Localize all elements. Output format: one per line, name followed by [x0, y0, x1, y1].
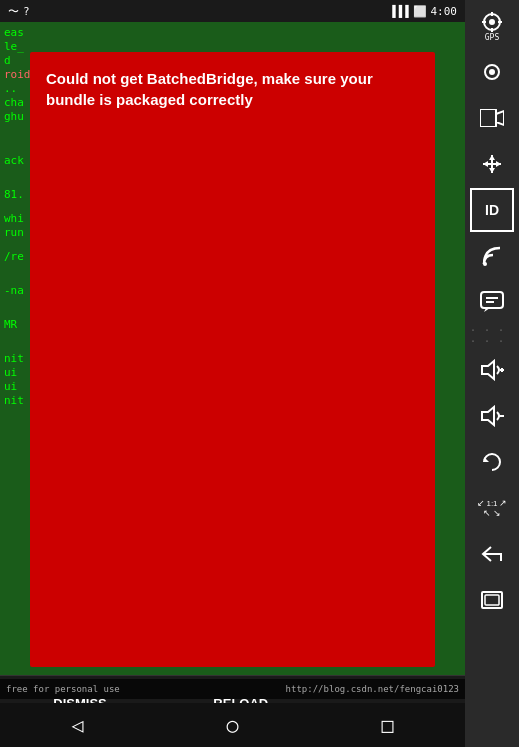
battery-icon: ⬜: [413, 5, 427, 18]
svg-marker-26: [484, 457, 489, 462]
svg-marker-9: [496, 111, 504, 125]
time-display: 4:00: [431, 5, 458, 18]
zoom-reset-icon[interactable]: ↙1:1↗ ↖↘: [470, 486, 514, 530]
svg-point-7: [489, 69, 495, 75]
volume-up-icon[interactable]: [470, 348, 514, 392]
watermark-left: free for personal use: [6, 684, 120, 694]
svg-point-16: [483, 262, 487, 266]
chat-icon[interactable]: [470, 280, 514, 324]
window-manage-icon[interactable]: [470, 578, 514, 622]
status-bar: 〜 ? ▐▐▐ ⬜ 4:00: [0, 0, 465, 22]
status-right: ▐▐▐ ⬜ 4:00: [389, 5, 457, 18]
volume-down-icon[interactable]: [470, 394, 514, 438]
error-dialog: Could not get BatchedBridge, make sure y…: [30, 52, 435, 667]
svg-marker-15: [496, 161, 501, 167]
dots-divider: · · · · · ·: [470, 326, 514, 346]
camera-icon[interactable]: [470, 50, 514, 94]
rotate-icon[interactable]: [470, 440, 514, 484]
back-nav-button[interactable]: ◁: [63, 705, 91, 745]
svg-rect-17: [481, 292, 503, 308]
move-icon[interactable]: [470, 142, 514, 186]
rss-icon[interactable]: [470, 234, 514, 278]
svg-marker-12: [489, 155, 495, 160]
nav-bar: ◁ ○ □: [0, 703, 465, 747]
wifi-icon: 〜: [8, 4, 19, 19]
watermark-right: http://blog.csdn.net/fengcai0123: [286, 684, 459, 694]
video-icon[interactable]: [470, 96, 514, 140]
svg-point-1: [489, 19, 495, 25]
signal-icon: ▐▐▐: [389, 5, 409, 18]
error-message: Could not get BatchedBridge, make sure y…: [46, 68, 419, 110]
svg-marker-13: [489, 168, 495, 173]
svg-marker-24: [482, 407, 494, 425]
recent-nav-button[interactable]: □: [373, 705, 401, 745]
home-nav-button[interactable]: ○: [218, 705, 246, 745]
gps-label: GPS: [485, 33, 499, 42]
gps-icon[interactable]: GPS: [470, 4, 514, 48]
svg-marker-14: [483, 161, 488, 167]
svg-rect-8: [480, 109, 496, 127]
id-icon[interactable]: ID: [470, 188, 514, 232]
right-sidebar: GPS ID · · · · · · ↙1:1↗ ↖↘: [465, 0, 519, 747]
status-question: ?: [23, 5, 30, 18]
back-action-icon[interactable]: [470, 532, 514, 576]
svg-marker-21: [482, 361, 494, 379]
svg-rect-28: [485, 595, 499, 605]
status-left: 〜 ?: [8, 4, 30, 19]
main-area: eas le_ d roid .. cha ghu ack 81. whi ru…: [0, 22, 465, 747]
terminal-line: eas: [4, 26, 461, 40]
watermark-bar: free for personal use http://blog.csdn.n…: [0, 679, 465, 699]
